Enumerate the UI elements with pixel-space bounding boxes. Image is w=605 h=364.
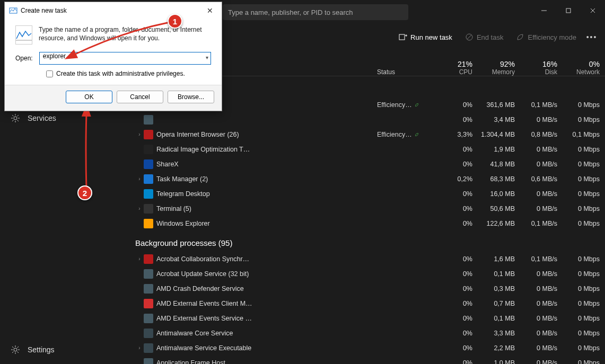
- app-icon: [144, 204, 153, 214]
- table-row[interactable]: ›Terminal (5)0%50,6 MB0 MB/s0 Mbps: [127, 201, 605, 216]
- open-label: Open:: [15, 55, 33, 62]
- process-status: Efficiency…: [377, 101, 412, 109]
- cpu-value: 0%: [435, 161, 478, 168]
- run-icon: [399, 33, 407, 41]
- end-icon: [465, 33, 474, 41]
- run-dialog-icon: [9, 6, 17, 15]
- table-row[interactable]: Telegram Desktop0%16,0 MB0 MB/s0 Mbps: [127, 187, 605, 201]
- svg-line-8: [467, 35, 471, 39]
- disk-value: 0 MB/s: [520, 344, 563, 352]
- disk-value: 0 MB/s: [520, 116, 563, 123]
- cpu-value: 0%: [435, 146, 478, 153]
- process-status: Efficiency…: [377, 131, 412, 138]
- table-row[interactable]: ›Task Manager (2)0,2%68,3 MB0,6 MB/s0 Mb…: [127, 172, 605, 187]
- col-disk[interactable]: 16%Disk: [520, 60, 563, 76]
- app-icon: [144, 219, 153, 228]
- maximize-button[interactable]: [556, 0, 581, 21]
- open-combobox[interactable]: ▾: [39, 52, 211, 65]
- memory-value: 3,4 MB: [478, 116, 520, 123]
- end-task-button: End task: [460, 30, 509, 45]
- col-network[interactable]: 0%Network: [563, 60, 605, 76]
- cancel-button[interactable]: Cancel: [117, 91, 163, 103]
- app-icon: [144, 314, 153, 323]
- memory-value: 0,3 MB: [478, 285, 520, 292]
- process-name: ShareX: [156, 161, 179, 168]
- table-row[interactable]: ›Antimalware Service Executable0%2,2 MB0…: [127, 341, 605, 356]
- table-row[interactable]: Windows Explorer0%122,6 MB0,1 MB/s0 Mbps: [127, 216, 605, 231]
- cpu-value: 0%: [435, 359, 478, 365]
- create-task-dialog: Create new task ✕ Type the name of a pro…: [4, 2, 222, 111]
- app-icon: [144, 174, 153, 184]
- network-value: 0 Mbps: [563, 220, 605, 227]
- table-row[interactable]: AMD External Events Service …0%0,1 MB0 M…: [127, 311, 605, 326]
- table-row[interactable]: Antimalware Core Service0%3,3 MB0 MB/s0 …: [127, 326, 605, 341]
- process-name: Application Frame Host: [156, 359, 225, 365]
- ok-button[interactable]: OK: [66, 91, 112, 103]
- memory-value: 0,1 MB: [478, 270, 520, 278]
- app-icon: [144, 189, 153, 199]
- minimize-button[interactable]: [532, 0, 556, 21]
- disk-value: 0 MB/s: [520, 146, 563, 153]
- disk-value: 0 MB/s: [520, 315, 563, 322]
- network-value: 0 Mbps: [563, 300, 605, 307]
- browse-button[interactable]: Browse...: [168, 91, 214, 103]
- process-name: Telegram Desktop: [156, 190, 210, 198]
- admin-checkbox-label: Create this task with administrative pri…: [56, 70, 185, 77]
- open-input[interactable]: [43, 52, 200, 60]
- table-row[interactable]: 0%3,4 MB0 MB/s0 Mbps: [127, 112, 605, 127]
- process-name: Acrobat Collaboration Synchr…: [156, 255, 249, 263]
- chevron-down-icon[interactable]: ▾: [206, 55, 208, 60]
- disk-value: 0 MB/s: [520, 161, 563, 168]
- run-new-task-button[interactable]: Run new task: [393, 30, 458, 45]
- more-button[interactable]: •••: [584, 33, 600, 41]
- cpu-value: 0%: [435, 255, 478, 263]
- process-name: Task Manager (2): [156, 175, 208, 183]
- dialog-close-button[interactable]: ✕: [199, 3, 221, 18]
- disk-value: 0 MB/s: [520, 205, 563, 212]
- cpu-value: 0%: [435, 315, 478, 322]
- network-value: 0 Mbps: [563, 285, 605, 292]
- search-input[interactable]: Type a name, publisher, or PID to search: [223, 4, 408, 20]
- process-name: Acrobat Update Service (32 bit): [156, 270, 249, 278]
- network-value: 0 Mbps: [563, 101, 605, 109]
- sidebar-item-settings[interactable]: Settings: [11, 345, 55, 354]
- col-memory[interactable]: 92%Memory: [478, 60, 520, 76]
- leaf-icon: [415, 133, 418, 136]
- table-row[interactable]: Application Frame Host0%1,0 MB0 MB/s0 Mb…: [127, 356, 605, 364]
- cpu-value: 0%: [435, 330, 478, 337]
- cpu-value: 0%: [435, 300, 478, 307]
- table-row[interactable]: ShareX0%41,8 MB0 MB/s0 Mbps: [127, 157, 605, 172]
- table-row[interactable]: ›Acrobat Collaboration Synchr…0%1,6 MB0,…: [127, 252, 605, 267]
- table-row[interactable]: AMD External Events Client M…0%0,7 MB0 M…: [127, 296, 605, 311]
- disk-value: 0,1 MB/s: [520, 255, 563, 263]
- network-value: 0 Mbps: [563, 161, 605, 168]
- network-value: 0 Mbps: [563, 255, 605, 263]
- process-name: Antimalware Service Executable: [156, 344, 251, 352]
- app-icon: [144, 284, 153, 294]
- col-cpu[interactable]: 21%CPU: [435, 60, 478, 76]
- disk-value: 0 MB/s: [520, 190, 563, 198]
- disk-value: 0 MB/s: [520, 285, 563, 292]
- network-value: 0 Mbps: [563, 146, 605, 153]
- process-name: Opera Internet Browser (26): [156, 131, 239, 138]
- col-status[interactable]: Status: [372, 68, 435, 76]
- cpu-value: 0%: [435, 344, 478, 352]
- process-name: Windows Explorer: [156, 220, 210, 227]
- table-row[interactable]: ›Opera Internet Browser (26)Efficiency…3…: [127, 127, 605, 142]
- svg-rect-1: [566, 8, 571, 13]
- disk-value: 0 MB/s: [520, 300, 563, 307]
- table-row[interactable]: Radical Image Optimization T…0%1,9 MB0 M…: [127, 142, 605, 157]
- process-name: AMD External Events Service …: [156, 315, 252, 322]
- disk-value: 0 MB/s: [520, 359, 563, 365]
- table-row[interactable]: AMD Crash Defender Service0%0,3 MB0 MB/s…: [127, 281, 605, 296]
- memory-value: 41,8 MB: [478, 161, 520, 168]
- admin-checkbox[interactable]: [46, 70, 53, 77]
- disk-value: 0 MB/s: [520, 270, 563, 278]
- annotation-marker-2: 2: [77, 185, 92, 200]
- section-background: Background processes (95): [127, 231, 605, 252]
- app-icon: [144, 254, 153, 264]
- app-icon: [144, 358, 153, 365]
- disk-value: 0,1 MB/s: [520, 220, 563, 227]
- table-row[interactable]: Acrobat Update Service (32 bit)0%0,1 MB0…: [127, 267, 605, 281]
- close-button[interactable]: [581, 0, 605, 21]
